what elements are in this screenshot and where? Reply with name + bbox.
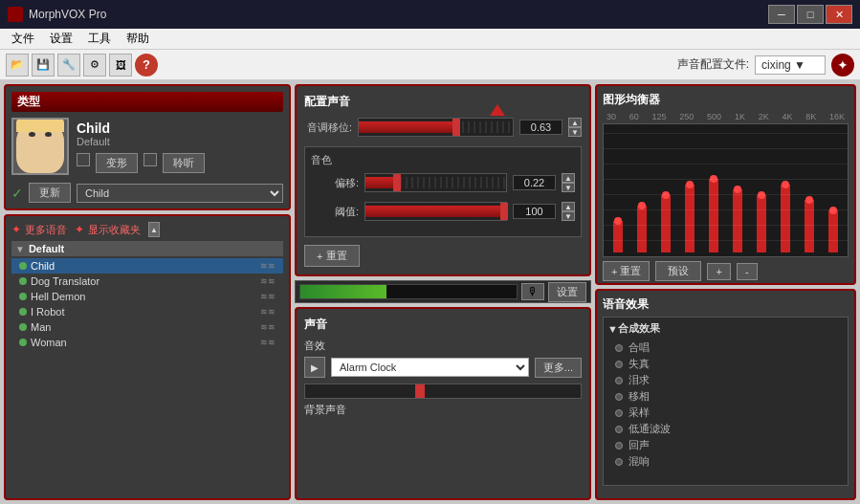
eq-minus-button[interactable]: - bbox=[737, 263, 758, 280]
voice-list-area: ▼ Default Child ≋≋ Dog Translator bbox=[11, 241, 283, 454]
eq-bar-wrapper-6[interactable] bbox=[751, 128, 772, 252]
level-settings-button[interactable]: 设置 bbox=[548, 282, 586, 302]
eq-add-button[interactable]: + bbox=[707, 263, 730, 280]
toolbar-btn-4[interactable]: ⚙ bbox=[83, 54, 106, 77]
show-hidden-link[interactable]: 显示收藏夹 bbox=[88, 223, 141, 237]
sound-dropdown[interactable]: Alarm Clock bbox=[331, 358, 529, 377]
minimize-button[interactable]: ─ bbox=[768, 5, 795, 24]
bias-slider[interactable] bbox=[364, 173, 507, 192]
effect-radio-lowpass[interactable] bbox=[615, 426, 623, 433]
toolbar-btn-5[interactable]: 🖼 bbox=[109, 54, 132, 77]
threshold-thumb[interactable] bbox=[500, 203, 508, 220]
effect-item-phase[interactable]: 移相 bbox=[607, 388, 844, 405]
voice-item-dog[interactable]: Dog Translator ≋≋ bbox=[11, 274, 283, 289]
threshold-slider[interactable] bbox=[364, 202, 507, 221]
voice-item-man[interactable]: Man ≋≋ bbox=[11, 319, 283, 335]
eq-bar-wrapper-7[interactable] bbox=[775, 128, 796, 252]
effect-radio-phase[interactable] bbox=[615, 393, 623, 401]
freq-125: 125 bbox=[652, 112, 667, 121]
pitch-down[interactable]: ▼ bbox=[568, 127, 582, 137]
threshold-track bbox=[365, 206, 506, 217]
pitch-up[interactable]: ▲ bbox=[568, 118, 582, 127]
listen-button[interactable]: 聆听 bbox=[163, 153, 205, 173]
update-dropdown[interactable]: Child bbox=[77, 184, 283, 203]
effect-radio-reverb[interactable] bbox=[615, 458, 623, 466]
eq-bar-wrapper-8[interactable] bbox=[799, 128, 820, 252]
listen-toggle[interactable] bbox=[143, 153, 157, 166]
effect-item-lowpass[interactable]: 低通滤波 bbox=[607, 421, 844, 437]
eq-preset-button[interactable]: 预设 bbox=[655, 261, 701, 281]
maximize-button[interactable]: □ bbox=[797, 5, 824, 24]
eq-bar-wrapper-2[interactable] bbox=[655, 128, 676, 252]
title-bar: MorphVOX Pro ─ □ ✕ bbox=[0, 0, 860, 29]
eq-bar-wrapper-3[interactable] bbox=[679, 128, 700, 252]
effect-item-chorus[interactable]: 合唱 bbox=[607, 340, 844, 356]
voice-item-hell[interactable]: Hell Demon ≋≋ bbox=[11, 289, 283, 304]
effect-radio-tearseek[interactable] bbox=[615, 377, 623, 384]
eq-bar-8[interactable] bbox=[805, 200, 814, 252]
bg-slider-thumb[interactable] bbox=[415, 384, 425, 398]
pitch-track bbox=[359, 121, 513, 133]
toolbar-btn-2[interactable]: 💾 bbox=[32, 54, 55, 77]
pitch-spinners: ▲ ▼ bbox=[568, 118, 582, 137]
effect-item-echo[interactable]: 回声 bbox=[607, 437, 844, 453]
effect-item-reverb[interactable]: 混响 bbox=[607, 453, 844, 470]
threshold-up[interactable]: ▲ bbox=[562, 202, 575, 211]
voice-item-woman[interactable]: Woman ≋≋ bbox=[11, 335, 283, 350]
reset-button[interactable]: + 重置 bbox=[304, 245, 360, 267]
effect-radio-chorus[interactable] bbox=[615, 344, 623, 352]
eq-bar-wrapper-1[interactable] bbox=[631, 128, 652, 252]
bias-thumb[interactable] bbox=[393, 174, 401, 191]
app-title: MorphVOX Pro bbox=[29, 8, 106, 21]
toolbar-btn-1[interactable]: 📂 bbox=[6, 54, 29, 77]
more-sounds-button[interactable]: 更多... bbox=[535, 358, 582, 378]
voice-config-dropdown[interactable]: cixing ▼ bbox=[755, 55, 826, 75]
voice-waves-hell: ≋≋ bbox=[260, 292, 276, 301]
effect-radio-sample[interactable] bbox=[615, 409, 623, 417]
bias-value[interactable]: 0.22 bbox=[513, 175, 556, 190]
eq-bar-9[interactable] bbox=[828, 210, 838, 252]
voice-item-child[interactable]: Child ≋≋ bbox=[11, 258, 283, 274]
threshold-down[interactable]: ▼ bbox=[562, 211, 575, 221]
close-button[interactable]: ✕ bbox=[826, 5, 852, 24]
bias-up[interactable]: ▲ bbox=[562, 173, 575, 183]
effect-item-tearseek[interactable]: 泪求 bbox=[607, 372, 844, 388]
pitch-slider[interactable] bbox=[358, 118, 514, 137]
bird-icon: ✦ bbox=[831, 54, 854, 77]
eq-bar-6[interactable] bbox=[757, 195, 766, 253]
bias-down[interactable]: ▼ bbox=[562, 183, 575, 192]
eq-bar-wrapper-0[interactable] bbox=[607, 128, 628, 252]
effect-item-sample[interactable]: 采样 bbox=[607, 405, 844, 421]
voice-dot-dog bbox=[19, 277, 27, 285]
eq-bar-1[interactable] bbox=[637, 206, 647, 253]
morph-button[interactable]: 变形 bbox=[96, 153, 138, 173]
eq-bar-wrapper-5[interactable] bbox=[727, 128, 748, 252]
pitch-thumb[interactable] bbox=[452, 119, 460, 136]
voice-item-robot[interactable]: I Robot ≋≋ bbox=[11, 304, 283, 319]
toolbar-buttons: 📂 💾 🔧 ⚙ 🖼 ? bbox=[6, 54, 158, 77]
effect-radio-distort[interactable] bbox=[615, 361, 623, 368]
menu-tools[interactable]: 工具 bbox=[80, 29, 119, 49]
menu-file[interactable]: 文件 bbox=[4, 29, 42, 49]
morph-toggle[interactable] bbox=[77, 153, 90, 166]
menu-settings[interactable]: 设置 bbox=[42, 29, 80, 49]
eq-bar-wrapper-9[interactable] bbox=[823, 128, 844, 252]
effect-radio-echo[interactable] bbox=[615, 442, 623, 449]
effect-item-distort[interactable]: 失真 bbox=[607, 356, 844, 372]
toolbar-btn-3[interactable]: 🔧 bbox=[57, 54, 80, 77]
menu-help[interactable]: 帮助 bbox=[119, 29, 157, 49]
voice-waves-man: ≋≋ bbox=[260, 322, 276, 332]
play-button[interactable]: ▶ bbox=[304, 357, 325, 378]
more-voices-link[interactable]: 更多语音 bbox=[25, 223, 67, 237]
help-button[interactable]: ? bbox=[135, 54, 158, 77]
eq-reset-button[interactable]: + 重置 bbox=[603, 261, 650, 281]
eq-bar-5[interactable] bbox=[733, 189, 742, 252]
scroll-up-button[interactable]: ▲ bbox=[148, 222, 160, 237]
threshold-value[interactable]: 100 bbox=[513, 204, 556, 219]
pitch-value[interactable]: 0.63 bbox=[519, 120, 562, 135]
eq-bar-2[interactable] bbox=[661, 195, 671, 253]
update-button[interactable]: 更新 bbox=[29, 183, 71, 203]
eq-bar-wrapper-4[interactable] bbox=[703, 128, 724, 252]
eq-bar-4[interactable] bbox=[709, 179, 718, 252]
bg-slider[interactable] bbox=[304, 383, 582, 399]
